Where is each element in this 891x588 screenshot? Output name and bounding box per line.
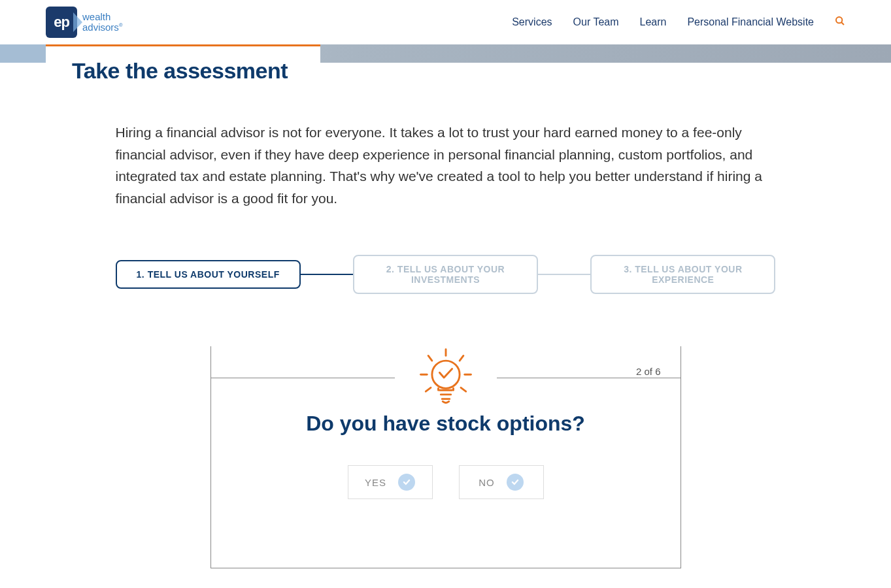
option-label: YES xyxy=(365,477,386,488)
nav-personal-financial-website[interactable]: Personal Financial Website xyxy=(687,16,814,28)
page-title: Take the assessment xyxy=(72,58,288,84)
step-connector xyxy=(538,274,590,275)
header: ep wealth advisors® Services Our Team Le… xyxy=(0,0,891,44)
chevron-right-icon xyxy=(73,12,82,32)
search-icon[interactable] xyxy=(835,16,845,29)
svg-point-0 xyxy=(836,17,842,23)
progress-indicator: 2 of 6 xyxy=(636,366,661,377)
svg-line-3 xyxy=(428,356,432,361)
svg-line-4 xyxy=(460,356,463,361)
step-2[interactable]: 2. TELL US ABOUT YOUR INVESTMENTS xyxy=(353,255,538,294)
nav-services[interactable]: Services xyxy=(512,16,552,28)
options-row: YES NO xyxy=(237,465,654,499)
option-yes[interactable]: YES xyxy=(348,465,433,499)
check-icon xyxy=(507,474,524,491)
question-card-wrap: 2 of 6 Do you have stock options? YES NO xyxy=(210,346,681,568)
main-nav: Services Our Team Learn Personal Financi… xyxy=(512,16,845,29)
step-3[interactable]: 3. TELL US ABOUT YOUR EXPERIENCE xyxy=(590,255,775,294)
step-indicator: 1. TELL US ABOUT YOURSELF 2. TELL US ABO… xyxy=(116,255,776,294)
svg-line-1 xyxy=(841,22,844,25)
question-text: Do you have stock options? xyxy=(237,412,654,436)
option-no[interactable]: NO xyxy=(459,465,544,499)
main-content: Hiring a financial advisor is not for ev… xyxy=(70,95,822,568)
nav-learn[interactable]: Learn xyxy=(640,16,667,28)
step-1[interactable]: 1. TELL US ABOUT YOURSELF xyxy=(116,260,301,289)
step-connector xyxy=(301,274,353,275)
logo-text-line1: wealth xyxy=(82,12,123,23)
intro-text: Hiring a financial advisor is not for ev… xyxy=(116,122,776,209)
logo-mark: ep xyxy=(46,7,77,38)
logo[interactable]: ep wealth advisors® xyxy=(46,7,123,38)
logo-text: wealth advisors® xyxy=(82,12,123,33)
title-tab: Take the assessment xyxy=(46,44,320,95)
svg-line-8 xyxy=(461,388,466,392)
logo-initials: ep xyxy=(54,14,69,31)
lightbulb-icon xyxy=(395,346,497,412)
check-icon xyxy=(398,474,415,491)
svg-line-7 xyxy=(426,388,431,392)
option-label: NO xyxy=(479,477,495,488)
logo-text-line2: advisors® xyxy=(82,22,123,33)
nav-our-team[interactable]: Our Team xyxy=(573,16,619,28)
